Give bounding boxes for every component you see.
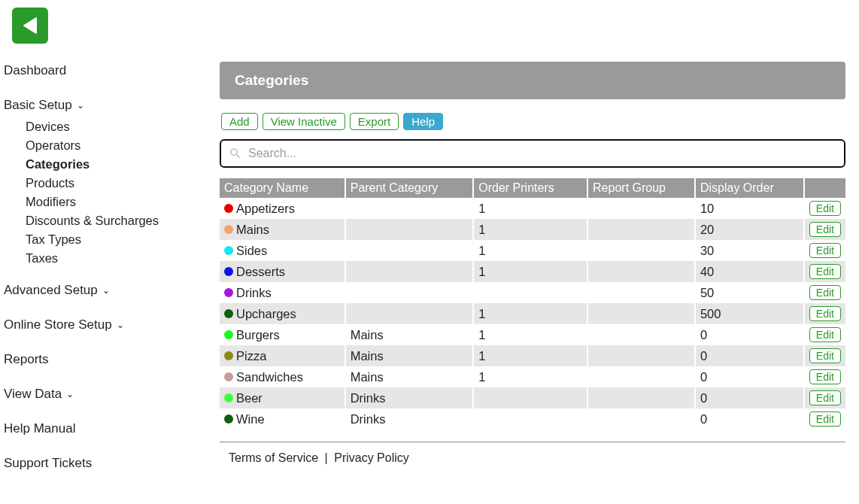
- sidebar-item-reports[interactable]: Reports: [3, 348, 211, 372]
- sidebar-item-label: Online Store Setup: [4, 317, 112, 332]
- chevron-down-icon: ⌄: [77, 100, 84, 111]
- main-content: Categories Add View Inactive Export Help…: [211, 0, 859, 504]
- color-dot-icon: [224, 372, 233, 381]
- help-button[interactable]: Help: [403, 113, 443, 130]
- table-row: Desserts140Edit: [220, 261, 845, 282]
- tos-link[interactable]: Terms of Service: [229, 451, 318, 464]
- category-name-text: Sides: [236, 244, 267, 258]
- sidebar-item-label: Help Manual: [4, 421, 75, 436]
- category-name-text: Desserts: [236, 265, 285, 279]
- cell-parent: [345, 303, 474, 324]
- edit-button[interactable]: Edit: [809, 222, 841, 237]
- add-button[interactable]: Add: [221, 113, 258, 130]
- cell-group: [587, 198, 695, 219]
- cell-group: [587, 261, 695, 282]
- sidebar-subitem-modifiers[interactable]: Modifiers: [3, 193, 211, 211]
- view-inactive-button[interactable]: View Inactive: [263, 113, 345, 130]
- sidebar-item-help-manual[interactable]: Help Manual: [3, 417, 211, 441]
- sidebar-item-label: Dashboard: [4, 63, 66, 78]
- table-row: Drinks50Edit: [220, 282, 845, 303]
- cell-group: [587, 408, 695, 430]
- table-row: PizzaMains10Edit: [220, 345, 845, 366]
- edit-button[interactable]: Edit: [809, 369, 841, 384]
- panel-title: Categories: [220, 62, 845, 99]
- edit-button[interactable]: Edit: [809, 411, 841, 427]
- color-dot-icon: [224, 288, 233, 297]
- color-dot-icon: [224, 225, 233, 234]
- category-name-text: Pizza: [236, 349, 266, 363]
- cell-order: 0: [695, 366, 804, 387]
- col-header[interactable]: Report Group: [587, 178, 695, 198]
- sidebar-subitem-operators[interactable]: Operators: [3, 136, 211, 155]
- cell-order: 30: [695, 240, 804, 261]
- sidebar-subitem-tax-types[interactable]: Tax Types: [3, 230, 211, 249]
- edit-button[interactable]: Edit: [809, 327, 841, 342]
- table-row: WineDrinks0Edit: [220, 408, 845, 430]
- edit-button[interactable]: Edit: [809, 243, 841, 258]
- sidebar-subitem-devices[interactable]: Devices: [3, 117, 211, 136]
- edit-button[interactable]: Edit: [809, 390, 841, 405]
- cell-parent: Mains: [345, 366, 474, 387]
- cell-category-name: Desserts: [220, 261, 345, 282]
- table-row: BurgersMains10Edit: [220, 324, 845, 345]
- cell-parent: [345, 261, 474, 282]
- col-header[interactable]: Order Printers: [473, 178, 587, 198]
- footer: Terms of Service | Privacy Policy: [220, 442, 845, 465]
- cell-category-name: Drinks: [220, 282, 345, 303]
- cell-group: [587, 303, 695, 324]
- sidebar-item-basic-setup[interactable]: Basic Setup⌄: [3, 93, 211, 117]
- sidebar-item-advanced-setup[interactable]: Advanced Setup⌄: [3, 278, 211, 302]
- cell-printers: 1: [473, 303, 587, 324]
- cell-actions: Edit: [804, 198, 845, 219]
- color-dot-icon: [224, 267, 233, 276]
- cell-actions: Edit: [804, 408, 845, 430]
- cell-printers: 1: [473, 261, 587, 282]
- footer-separator: |: [325, 451, 328, 464]
- edit-button[interactable]: Edit: [809, 306, 841, 321]
- cell-actions: Edit: [804, 324, 845, 345]
- cell-parent: [345, 198, 474, 219]
- sidebar-item-dashboard[interactable]: Dashboard: [3, 59, 211, 83]
- search-input[interactable]: [248, 147, 836, 160]
- cell-printers: 1: [473, 219, 587, 240]
- sidebar-subitem-categories[interactable]: Categories: [3, 155, 211, 174]
- cell-printers: 1: [473, 324, 587, 345]
- cell-order: 0: [695, 408, 804, 430]
- cell-actions: Edit: [804, 282, 845, 303]
- sidebar-item-support-tickets[interactable]: Support Tickets: [3, 451, 211, 475]
- cell-parent: Drinks: [345, 387, 474, 408]
- sidebar-item-view-data[interactable]: View Data⌄: [3, 382, 211, 406]
- cell-printers: 1: [473, 366, 587, 387]
- edit-button[interactable]: Edit: [809, 201, 841, 216]
- sidebar-subitem-products[interactable]: Products: [3, 174, 211, 193]
- export-button[interactable]: Export: [350, 113, 399, 130]
- col-header[interactable]: Category Name: [220, 178, 345, 198]
- cell-parent: [345, 282, 474, 303]
- category-name-text: Burgers: [236, 328, 280, 342]
- cell-parent: [345, 219, 474, 240]
- cell-group: [587, 345, 695, 366]
- edit-button[interactable]: Edit: [809, 264, 841, 279]
- edit-button[interactable]: Edit: [809, 348, 841, 363]
- sidebar-item-label: View Data: [4, 387, 62, 402]
- cell-printers: 1: [473, 345, 587, 366]
- col-header[interactable]: Parent Category: [345, 178, 474, 198]
- cell-order: 0: [695, 324, 804, 345]
- cell-actions: Edit: [804, 240, 845, 261]
- category-name-text: Upcharges: [236, 307, 296, 321]
- sidebar-subitem-discounts-surcharges[interactable]: Discounts & Surcharges: [3, 211, 211, 230]
- cell-group: [587, 366, 695, 387]
- col-header[interactable]: [804, 178, 845, 198]
- edit-button[interactable]: Edit: [809, 285, 841, 300]
- col-header[interactable]: Display Order: [695, 178, 804, 198]
- sidebar-subitem-taxes[interactable]: Taxes: [3, 249, 211, 268]
- cell-order: 500: [695, 303, 804, 324]
- color-dot-icon: [224, 309, 233, 318]
- privacy-link[interactable]: Privacy Policy: [334, 451, 409, 464]
- app-logo: [12, 8, 48, 44]
- cell-order: 0: [695, 345, 804, 366]
- sidebar-item-online-store-setup[interactable]: Online Store Setup⌄: [3, 313, 211, 337]
- cell-order: 40: [695, 261, 804, 282]
- category-name-text: Beer: [236, 391, 263, 405]
- cell-printers: 1: [473, 198, 587, 219]
